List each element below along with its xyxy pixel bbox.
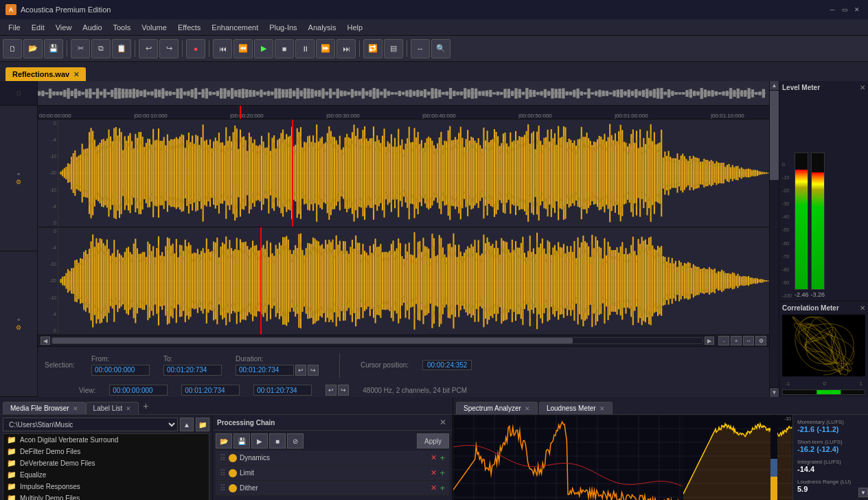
menu-analysis[interactable]: Analysis — [303, 22, 342, 33]
play-button[interactable]: ▶ — [254, 39, 273, 58]
correlation-close[interactable]: ✕ — [860, 304, 865, 312]
track1-settings-icon[interactable]: ⚙ — [16, 179, 21, 185]
vscroll-up-button[interactable]: ▲ — [770, 81, 779, 91]
view-duration-input[interactable] — [253, 385, 312, 396]
tab-spectrum[interactable]: Spectrum Analyzer ✕ — [456, 402, 538, 414]
menu-audio[interactable]: Audio — [77, 22, 107, 33]
tab-loudness-close[interactable]: ✕ — [599, 405, 605, 412]
menu-plugins[interactable]: Plug-Ins — [264, 22, 302, 33]
proc-save-button[interactable]: 💾 — [233, 433, 250, 448]
folder-path-select[interactable]: C:\Users\Stian\Music — [3, 418, 178, 431]
tab-media-browser[interactable]: Media File Browser ✕ — [3, 402, 86, 414]
selection-from-input[interactable] — [91, 365, 150, 376]
track1[interactable]: 0 -4 -10 -20 -10 -4 0 — [38, 120, 769, 227]
paste-button[interactable]: 📋 — [112, 39, 131, 58]
new-button[interactable]: 🗋 — [3, 39, 22, 58]
view-redo-button[interactable]: ↪ — [338, 385, 349, 396]
hscroll-thumb[interactable] — [52, 338, 573, 343]
file-tab-reflections[interactable]: Reflections.wav ✕ — [5, 67, 86, 81]
folder-new-button[interactable]: 📁 — [196, 418, 209, 431]
tab-loudness[interactable]: Loudness Meter ✕ — [539, 402, 613, 414]
tab-label-list-close[interactable]: ✕ — [126, 405, 131, 412]
skip-start-button[interactable]: ⏮ — [213, 39, 232, 58]
record-button[interactable]: ● — [186, 39, 205, 58]
menu-view[interactable]: View — [50, 22, 78, 33]
menu-tools[interactable]: Tools — [108, 22, 137, 33]
track2[interactable]: 0 -4 -10 -20 -10 -4 0 — [38, 227, 769, 335]
playlist-button[interactable]: ▤ — [384, 39, 403, 58]
redo-button[interactable]: ↪ — [159, 39, 179, 58]
folder-item-3[interactable]: 📁 DeVerberate Demo Files — [3, 457, 209, 469]
effect-item-dynamics[interactable]: ⠿ Dynamics ✕ + — [216, 451, 449, 466]
scroll-right-button[interactable]: ▶ — [705, 337, 714, 345]
maximize-button[interactable]: ▭ — [839, 5, 850, 14]
effect-drag-handle-3[interactable]: ⠿ — [220, 484, 226, 493]
effect-drag-handle-1[interactable]: ⠿ — [220, 453, 226, 463]
folder-list[interactable]: 📁 Acon Digital Verberate Surround 📁 DeFi… — [3, 433, 209, 500]
zoom-tool-button[interactable]: 🔍 — [431, 39, 450, 58]
folder-item-4[interactable]: 📁 Equalize — [3, 469, 209, 481]
selection-to-input[interactable] — [163, 365, 222, 376]
undo-button[interactable]: ↩ — [139, 39, 158, 58]
selection-duration-input[interactable] — [236, 365, 294, 376]
overview-strip[interactable] — [38, 81, 769, 106]
effect-power-btn-2[interactable] — [229, 469, 237, 477]
view-to-input[interactable] — [181, 385, 240, 396]
save-button[interactable]: 💾 — [44, 39, 63, 58]
tab-media-browser-close[interactable]: ✕ — [73, 405, 78, 412]
proc-bypass-button[interactable]: ⊘ — [287, 433, 304, 448]
effect-remove-btn-2[interactable]: ✕ — [431, 468, 437, 477]
selection-undo-button[interactable]: ↩ — [295, 365, 306, 376]
folder-item-6[interactable]: 📁 Multiply Demo Files — [3, 492, 209, 500]
proc-play-button[interactable]: ▶ — [251, 433, 268, 448]
scroll-left-button[interactable]: ◀ — [41, 337, 50, 345]
track1-waveform-wrap[interactable] — [58, 120, 769, 227]
copy-button[interactable]: ⧉ — [91, 39, 111, 58]
menu-help[interactable]: Help — [342, 22, 369, 33]
vscroll-down-button[interactable]: ▼ — [770, 387, 779, 397]
menu-edit[interactable]: Edit — [26, 22, 50, 33]
selection-redo-button[interactable]: ↪ — [308, 365, 319, 376]
open-button[interactable]: 📂 — [23, 39, 43, 58]
close-button[interactable]: ✕ — [852, 5, 863, 14]
tab-label-list[interactable]: Label List ✕ — [86, 402, 139, 414]
effect-drag-handle-2[interactable]: ⠿ — [220, 468, 226, 478]
zoom-in-button[interactable]: + — [731, 336, 742, 345]
effect-remove-btn-1[interactable]: ✕ — [431, 453, 437, 462]
fast-forward-button[interactable]: ⏩ — [316, 39, 335, 58]
track2-waveform-wrap[interactable] — [58, 227, 769, 334]
menu-effects[interactable]: Effects — [172, 22, 206, 33]
zoom-fit-button[interactable]: ↔ — [743, 336, 754, 345]
proc-chain-close[interactable]: ✕ — [438, 418, 448, 427]
level-meter-close[interactable]: ✕ — [860, 84, 865, 91]
folder-up-button[interactable]: ▲ — [180, 418, 194, 431]
proc-load-button[interactable]: 📂 — [216, 433, 232, 448]
menu-enhancement[interactable]: Enhancement — [206, 22, 264, 33]
effect-power-btn-3[interactable] — [229, 484, 237, 492]
skip-end-button[interactable]: ⏭ — [336, 39, 356, 58]
view-undo-button[interactable]: ↩ — [326, 385, 336, 396]
effect-power-btn-1[interactable] — [229, 454, 237, 462]
effect-item-limit[interactable]: ⠿ Limit ✕ + — [216, 466, 449, 481]
view-from-input[interactable] — [109, 385, 168, 396]
zoom-settings-button[interactable]: ⚙ — [755, 336, 766, 345]
proc-stop-button[interactable]: ■ — [269, 433, 286, 448]
folder-item-5[interactable]: 📁 Impulse Responses — [3, 481, 209, 492]
file-tab-close[interactable]: ✕ — [73, 71, 79, 78]
folder-item-2[interactable]: 📁 DeFilter Demo Files — [3, 446, 209, 457]
cut-button[interactable]: ✂ — [71, 39, 90, 58]
hscroll-track[interactable] — [52, 337, 703, 344]
pause-button[interactable]: ⏸ — [295, 39, 315, 58]
effect-item-dither[interactable]: ⠿ Dither ✕ + — [216, 481, 449, 496]
loop-button[interactable]: 🔁 — [363, 39, 382, 58]
vscroll-track[interactable] — [770, 91, 779, 387]
tracks-area[interactable]: 0 -4 -10 -20 -10 -4 0 0 -4 -10 — [38, 120, 769, 335]
add-panel-button[interactable]: + — [139, 399, 152, 413]
menu-file[interactable]: File — [3, 22, 26, 33]
menu-volume[interactable]: Volume — [136, 22, 172, 33]
effect-extra-btn-1[interactable]: + — [439, 453, 445, 463]
minimize-button[interactable]: ─ — [827, 5, 838, 14]
apply-button[interactable]: Apply — [417, 433, 449, 448]
rewind-button[interactable]: ⏪ — [233, 39, 253, 58]
track2-settings-icon[interactable]: ⚙ — [16, 324, 21, 331]
